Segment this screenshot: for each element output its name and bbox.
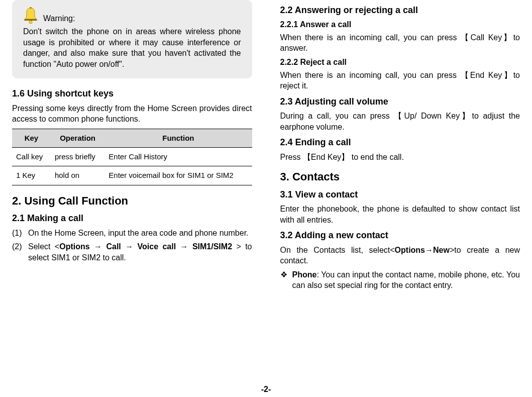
cell-fn: Enter voicemail box for SIM1 or SIM2 [104, 166, 252, 185]
text-2-2-2: When there is an incoming call, you can … [280, 70, 520, 91]
text-3-2-intro: On the Contacts list, select<Options→New… [280, 245, 520, 266]
item-text: On the Home Screen, input the area code … [28, 228, 252, 239]
txt-frag: → [176, 242, 192, 251]
warning-bell-icon [23, 7, 38, 24]
warning-text: Don't switch the phone on in areas where… [23, 26, 241, 69]
text-2-2-1: When there is an incoming call, you can … [280, 32, 520, 54]
txt-bold: SIM1/SIM2 [192, 242, 232, 251]
cell-key: 1 Key [12, 166, 51, 185]
cell-key: Call key [12, 148, 51, 166]
svg-point-1 [29, 21, 32, 24]
table-row: 1 Key hold on Enter voicemail box for SI… [12, 166, 252, 185]
txt-frag: Select < [28, 242, 59, 251]
txt-frag: : You can input the contact name, mobile… [292, 270, 520, 290]
list-3-2: ❖ Phone: You can input the contact name,… [280, 269, 520, 291]
list-item: ❖ Phone: You can input the contact name,… [280, 269, 520, 291]
cell-op: press briefly [51, 148, 104, 166]
txt-frag: → [90, 242, 107, 251]
txt-bold: Call [106, 242, 121, 251]
txt-frag: → [425, 246, 433, 254]
th-operation: Operation [51, 129, 104, 147]
item-text: Select <Options → Call → Voice call → SI… [28, 241, 252, 263]
heading-3-2: 3.2 Adding a new contact [280, 229, 520, 241]
text-2-4: Press 【End Key】 to end the call. [280, 152, 520, 163]
txt-bold: Phone [292, 270, 317, 279]
page-number: -2- [0, 384, 532, 395]
heading-2-2-1: 2.2.1 Answer a call [280, 19, 520, 30]
list-2-1: (1) On the Home Screen, input the area c… [12, 228, 252, 263]
table-header-row: Key Operation Function [12, 129, 252, 147]
table-row: Call key press briefly Enter Call Histor… [12, 148, 252, 166]
txt-frag: On the Contacts list, select< [280, 246, 395, 254]
list-item: (1) On the Home Screen, input the area c… [12, 228, 252, 239]
text-2-3: During a call, you can press 【Up/ Down K… [280, 111, 520, 132]
text-1-6-intro: Pressing some keys directly from the Hom… [12, 103, 252, 125]
heading-1-6: 1.6 Using shortcut keys [12, 87, 252, 100]
item-num: (1) [12, 228, 28, 239]
page-content: Warning: Don't switch the phone on in ar… [0, 0, 532, 294]
warning-title: Warning: [43, 13, 75, 24]
warning-header: Warning: [23, 7, 241, 24]
cell-fn: Enter Call History [104, 148, 252, 166]
heading-2-4: 2.4 Ending a call [280, 136, 520, 148]
item-num: (2) [12, 241, 28, 263]
heading-2-3: 2.3 Adjusting call volume [280, 95, 520, 108]
th-key: Key [12, 129, 51, 147]
txt-bold: Options [395, 246, 425, 254]
heading-2-2-2: 2.2.2 Reject a call [280, 57, 520, 68]
heading-2-2: 2.2 Answering or rejecting a call [280, 4, 520, 16]
heading-2-1: 2.1 Making a call [12, 212, 252, 224]
cell-op: hold on [51, 166, 104, 185]
shortcut-keys-table: Key Operation Function Call key press br… [12, 129, 252, 185]
diamond-bullet-icon: ❖ [280, 269, 292, 291]
heading-3: 3. Contacts [280, 169, 520, 184]
th-function: Function [104, 129, 252, 147]
txt-frag: → [121, 242, 138, 251]
txt-bold: New [433, 246, 450, 254]
text-3-1: Enter the phonebook, the phone is defaul… [280, 204, 520, 225]
item-text: Phone: You can input the contact name, m… [292, 269, 520, 291]
list-item: (2) Select <Options → Call → Voice call … [12, 241, 252, 263]
svg-rect-2 [30, 7, 32, 9]
heading-3-1: 3.1 View a contact [280, 188, 520, 201]
txt-bold: Voice call [138, 242, 176, 251]
warning-box: Warning: Don't switch the phone on in ar… [12, 0, 252, 78]
heading-2: 2. Using Call Function [12, 193, 252, 209]
txt-bold: Options [59, 242, 89, 251]
